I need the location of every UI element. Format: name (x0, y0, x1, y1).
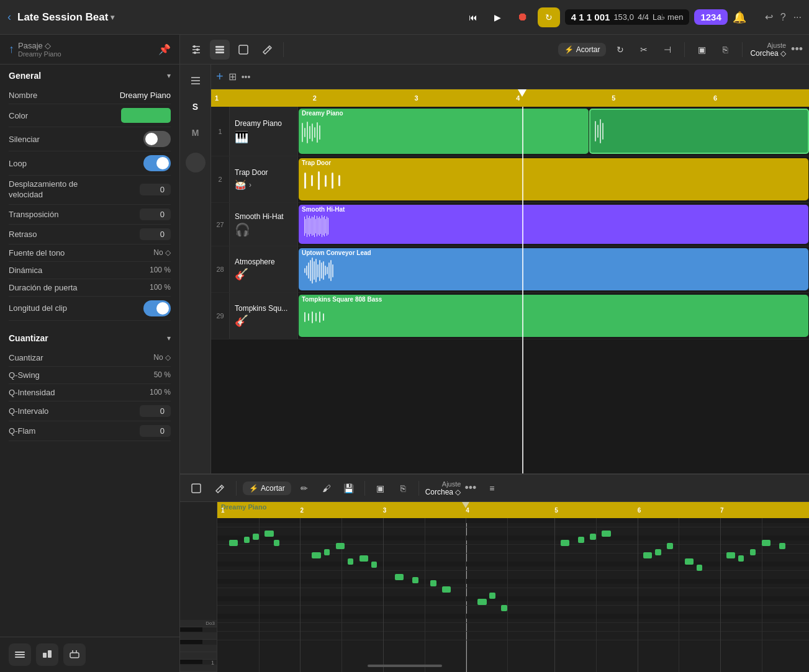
note-23[interactable] (750, 549, 756, 555)
pr-more-button[interactable]: ••• (464, 482, 476, 495)
fuente-value[interactable]: No ◇ (153, 248, 171, 257)
note-17[interactable] (655, 549, 661, 555)
color-swatch[interactable] (121, 108, 171, 123)
note-22[interactable] (738, 555, 744, 562)
duracion-value[interactable]: 100 % (150, 283, 171, 292)
pr-stamp-button[interactable]: ▣ (371, 479, 390, 498)
qintensidad-value[interactable]: 100 % (150, 388, 171, 396)
clip-dreamy-piano-1[interactable]: Dreamy Piano (299, 109, 589, 154)
cuantizar-collapse[interactable]: ▾ (167, 334, 171, 343)
note-26[interactable] (395, 574, 404, 580)
more-options-button[interactable]: ••• (791, 43, 803, 56)
list-view-button[interactable] (210, 40, 230, 60)
note-9[interactable] (348, 558, 354, 565)
pr-copy-button[interactable]: ⎘ (394, 479, 412, 498)
mixer-icon-button[interactable] (186, 40, 206, 60)
pen-icon-button[interactable] (257, 40, 277, 60)
note-3[interactable] (253, 534, 259, 540)
note-11[interactable] (371, 562, 377, 568)
copy-button[interactable]: ⎘ (716, 40, 734, 59)
note-10[interactable] (359, 555, 368, 562)
loop-toggle[interactable] (143, 155, 171, 171)
arpeggio-button[interactable] (36, 643, 58, 666)
pr-acortar-button[interactable]: ⚡ Acortar (243, 482, 291, 495)
loop-action-button[interactable]: ↻ (611, 40, 630, 59)
track-more-options[interactable]: ••• (242, 72, 251, 82)
acortar-button[interactable]: ⚡ Acortar (558, 43, 607, 56)
pr-pen-button[interactable] (210, 478, 230, 498)
cuantizar-value[interactable]: No ◇ (153, 353, 171, 362)
rewind-button[interactable]: ⏮ (463, 7, 483, 27)
note-31[interactable] (489, 593, 495, 599)
note-21[interactable] (726, 552, 735, 558)
note-29[interactable] (442, 586, 451, 593)
note-14[interactable] (590, 534, 596, 540)
m-button[interactable]: M (184, 122, 207, 144)
metronome-button[interactable]: 🔔 (733, 11, 746, 24)
clip-tompkins[interactable]: Tompkins Square 808 Bass (299, 295, 808, 337)
dinamica-value[interactable]: 100 % (150, 266, 171, 274)
undo-button[interactable]: ↩ (765, 11, 773, 23)
note-6[interactable] (312, 552, 320, 558)
loop-button[interactable]: ↻ (538, 7, 560, 27)
desplazamiento-value[interactable]: 0 (140, 184, 171, 195)
note-8[interactable] (336, 543, 345, 549)
note-13[interactable] (578, 537, 584, 543)
note-2[interactable] (244, 537, 250, 543)
note-16[interactable] (643, 552, 652, 558)
play-button[interactable]: ▶ (488, 7, 508, 27)
note-4[interactable] (264, 531, 273, 537)
stamp-button[interactable]: ▣ (692, 40, 711, 59)
pr-window-button[interactable] (186, 478, 206, 498)
record-settings-button[interactable] (63, 643, 86, 666)
note-32[interactable] (501, 605, 507, 611)
general-collapse[interactable]: ▾ (167, 71, 171, 80)
trap-door-expand[interactable]: › (249, 181, 251, 189)
note-5[interactable] (274, 540, 280, 546)
pin-icon[interactable]: 📌 (158, 43, 171, 55)
window-view-button[interactable] (233, 40, 253, 60)
note-28[interactable] (430, 580, 436, 586)
note-24[interactable] (762, 540, 771, 546)
qintervalo-value[interactable]: 0 (140, 405, 171, 417)
note-19[interactable] (685, 558, 694, 565)
note-12[interactable] (561, 540, 569, 546)
pr-pencil-button[interactable]: ✏ (295, 479, 314, 498)
note-27[interactable] (412, 577, 418, 583)
retraso-value[interactable]: 0 (140, 228, 171, 240)
clip-trap-door[interactable]: Trap Door (299, 158, 808, 200)
qflam-value[interactable]: 0 (140, 425, 171, 437)
back-button[interactable]: ‹ (7, 11, 11, 24)
qswing-value[interactable]: 50 % (154, 370, 171, 379)
note-20[interactable] (697, 565, 703, 571)
clip-smooth-hihat[interactable]: Smooth Hi-Hat (299, 205, 808, 244)
pr-lines-button[interactable]: ≡ (482, 479, 501, 498)
project-title[interactable]: Late Session Beat ▾ (17, 11, 114, 24)
corchea-value[interactable]: Corchea ◇ (750, 49, 786, 58)
note-25[interactable] (779, 543, 785, 549)
help-button[interactable]: ? (780, 12, 786, 23)
mixer-side-button[interactable] (184, 69, 207, 92)
note-18[interactable] (667, 543, 673, 549)
s-button[interactable]: S (184, 96, 207, 118)
add-library-button[interactable]: ⊞ (228, 71, 237, 83)
more-button[interactable]: ··· (793, 12, 802, 23)
silenciar-toggle[interactable] (143, 131, 171, 147)
clip-atmosphere[interactable]: Uptown Conveyor Lead (299, 248, 808, 290)
pr-save-button[interactable]: 💾 (340, 479, 358, 498)
clip-dreamy-piano-2[interactable] (589, 109, 809, 154)
note-30[interactable] (477, 599, 486, 605)
pr-corchea-value[interactable]: Corchea ◇ (425, 488, 461, 496)
longitud-toggle[interactable] (143, 300, 171, 316)
smart-controls-button[interactable] (9, 643, 31, 666)
note-1[interactable] (229, 540, 238, 546)
scissors-button[interactable]: ✂ (635, 40, 653, 59)
split-button[interactable]: ⊣ (658, 40, 677, 59)
note-15[interactable] (602, 531, 610, 537)
knob[interactable] (186, 153, 206, 172)
record-button[interactable]: ⏺ (513, 7, 533, 27)
add-track-button[interactable]: + (216, 69, 224, 84)
transposicion-value[interactable]: 0 (140, 208, 171, 220)
pr-brush-button[interactable]: 🖌 (317, 479, 336, 498)
note-7[interactable] (324, 549, 330, 555)
